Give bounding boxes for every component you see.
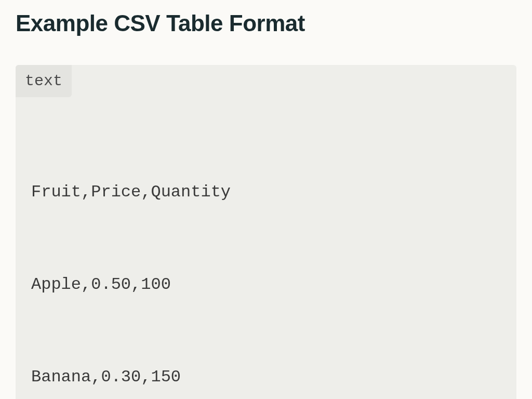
code-line: Fruit,Price,Quantity xyxy=(31,177,501,207)
code-language-tag: text xyxy=(16,65,72,97)
code-line: Banana,0.30,150 xyxy=(31,362,501,392)
code-block: text Fruit,Price,Quantity Apple,0.50,100… xyxy=(16,65,516,399)
code-line: Apple,0.50,100 xyxy=(31,269,501,300)
code-content: Fruit,Price,Quantity Apple,0.50,100 Bana… xyxy=(16,97,516,399)
section-heading: Example CSV Table Format xyxy=(16,10,516,36)
